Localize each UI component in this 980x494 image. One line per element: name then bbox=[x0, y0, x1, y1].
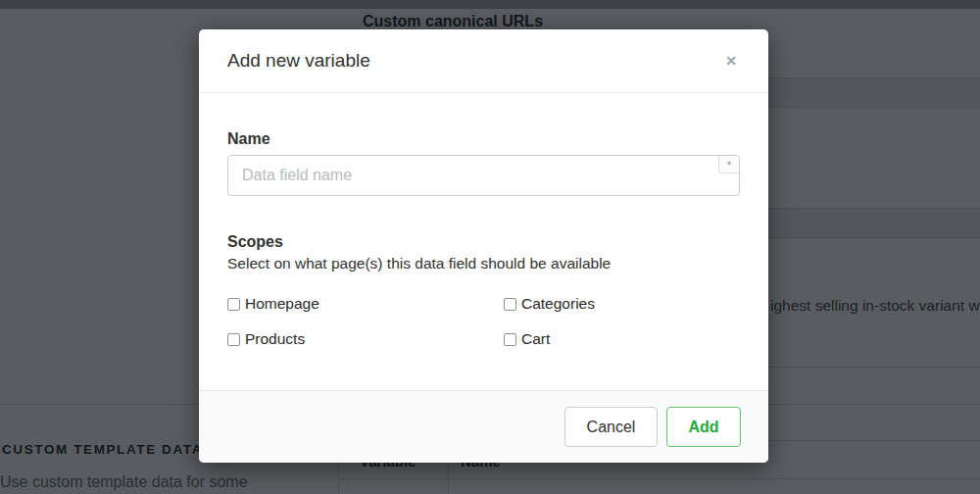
add-button[interactable]: Add bbox=[666, 407, 741, 447]
cancel-button[interactable]: Cancel bbox=[564, 407, 658, 447]
modal-title: Add new variable bbox=[227, 50, 370, 72]
modal-body: Name * Scopes Select on what page(s) thi… bbox=[199, 93, 768, 350]
name-input-wrapper: * bbox=[227, 155, 740, 196]
name-field-label: Name bbox=[227, 129, 740, 149]
close-icon[interactable]: ✕ bbox=[721, 51, 741, 71]
homepage-checkbox[interactable] bbox=[227, 298, 240, 311]
scopes-description: Select on what page(s) this data field s… bbox=[227, 254, 740, 273]
cart-checkbox[interactable] bbox=[504, 333, 516, 346]
add-variable-modal: Add new variable ✕ Name * Scopes Select … bbox=[199, 29, 768, 463]
modal-footer: Cancel Add bbox=[199, 390, 768, 463]
screen: Custom canonical URLs ighest selling in-… bbox=[0, 0, 980, 494]
required-marker-badge: * bbox=[718, 156, 739, 173]
checkbox-label: Cart bbox=[521, 330, 550, 348]
products-checkbox[interactable] bbox=[227, 333, 240, 346]
categories-checkbox[interactable] bbox=[504, 298, 516, 311]
checkbox-categories[interactable]: Categories bbox=[504, 293, 740, 315]
checkbox-label: Homepage bbox=[245, 295, 319, 313]
scopes-label: Scopes bbox=[227, 232, 740, 252]
checkbox-cart[interactable]: Cart bbox=[504, 328, 740, 350]
checkbox-products[interactable]: Products bbox=[227, 328, 504, 350]
checkbox-label: Products bbox=[245, 330, 305, 348]
name-input[interactable] bbox=[227, 155, 740, 196]
checkbox-label: Categories bbox=[521, 295, 595, 313]
scopes-checkbox-grid: Homepage Categories Products Cart bbox=[227, 293, 740, 350]
modal-header: Add new variable ✕ bbox=[199, 29, 768, 93]
checkbox-homepage[interactable]: Homepage bbox=[227, 293, 504, 315]
